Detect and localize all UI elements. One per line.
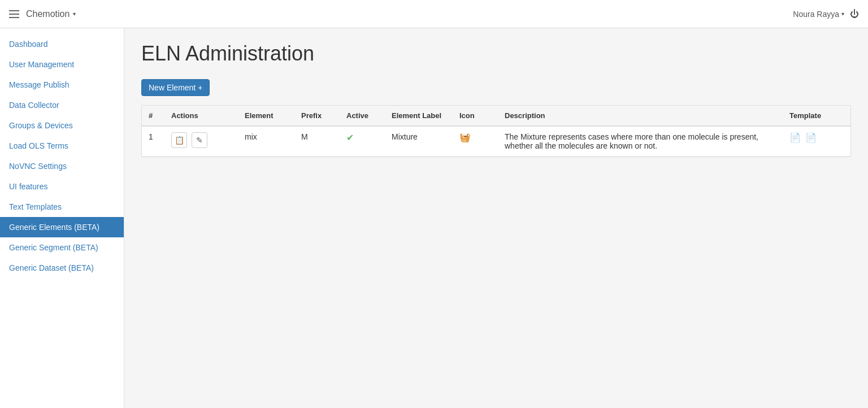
sidebar-item-user-management[interactable]: User Management bbox=[0, 54, 124, 75]
copy-button[interactable]: 📋 bbox=[171, 132, 187, 148]
col-header-active: Active bbox=[340, 106, 385, 126]
hamburger-icon[interactable] bbox=[9, 10, 19, 18]
brand-caret: ▾ bbox=[73, 11, 76, 17]
user-name: Noura Rayya bbox=[793, 10, 839, 19]
sidebar-item-ui-features[interactable]: UI features bbox=[0, 176, 124, 197]
col-header-template: Template bbox=[783, 106, 850, 126]
sidebar-item-novnc-settings[interactable]: NoVNC Settings bbox=[0, 156, 124, 176]
cell-prefix: M bbox=[294, 126, 340, 157]
edit-button[interactable]: ✎ bbox=[192, 132, 207, 148]
col-header-number: # bbox=[142, 106, 164, 126]
sidebar-item-dashboard[interactable]: Dashboard bbox=[0, 34, 124, 54]
sidebar-item-text-templates[interactable]: Text Templates bbox=[0, 197, 124, 217]
new-element-label: New Element bbox=[149, 83, 196, 92]
sidebar: DashboardUser ManagementMessage PublishD… bbox=[0, 28, 124, 408]
table-row: 1 📋 ✎ mixM✔Mixture🧺The Mixture represent… bbox=[142, 126, 850, 157]
col-header-element: Element bbox=[238, 106, 294, 126]
template-file-icon[interactable]: 📄 bbox=[789, 132, 801, 143]
sidebar-item-load-ols-terms[interactable]: Load OLS Terms bbox=[0, 136, 124, 156]
sidebar-item-message-publish[interactable]: Message Publish bbox=[0, 75, 124, 95]
sidebar-item-data-collector[interactable]: Data Collector bbox=[0, 95, 124, 115]
col-header-icon: Icon bbox=[453, 106, 498, 126]
main-content: ELN Administration New Element + # Actio… bbox=[124, 28, 868, 408]
navbar-right: Noura Rayya ▾ ⏻ bbox=[793, 9, 859, 19]
col-header-label: Element Label bbox=[385, 106, 453, 126]
col-header-actions: Actions bbox=[164, 106, 238, 126]
cell-actions: 📋 ✎ bbox=[164, 126, 238, 157]
navbar-brand[interactable]: Chemotion ▾ bbox=[26, 9, 76, 19]
navbar-left: Chemotion ▾ bbox=[9, 9, 76, 19]
cell-number: 1 bbox=[142, 126, 164, 157]
template-download-icon[interactable]: 📄 bbox=[805, 132, 817, 143]
cell-icon: 🧺 bbox=[453, 126, 498, 157]
col-header-prefix: Prefix bbox=[294, 106, 340, 126]
cell-element: mix bbox=[238, 126, 294, 157]
sidebar-item-generic-elements[interactable]: Generic Elements (BETA) bbox=[0, 217, 124, 237]
table-container: # Actions Element Prefix Active Element … bbox=[141, 105, 851, 157]
col-header-description: Description bbox=[498, 106, 783, 126]
cell-description: The Mixture represents cases where more … bbox=[498, 126, 783, 157]
user-caret: ▾ bbox=[841, 11, 844, 17]
new-element-button[interactable]: New Element + bbox=[141, 79, 210, 96]
active-check-icon: ✔ bbox=[346, 133, 354, 142]
page-title: ELN Administration bbox=[141, 42, 851, 66]
elements-table: # Actions Element Prefix Active Element … bbox=[142, 106, 850, 157]
cell-active: ✔ bbox=[340, 126, 385, 157]
logout-icon[interactable]: ⏻ bbox=[850, 9, 859, 19]
page-wrapper: DashboardUser ManagementMessage PublishD… bbox=[0, 28, 868, 408]
element-icon: 🧺 bbox=[459, 133, 471, 142]
navbar: Chemotion ▾ Noura Rayya ▾ ⏻ bbox=[0, 0, 868, 28]
sidebar-item-generic-dataset[interactable]: Generic Dataset (BETA) bbox=[0, 258, 124, 278]
sidebar-item-generic-segment[interactable]: Generic Segment (BETA) bbox=[0, 237, 124, 258]
table-header-row: # Actions Element Prefix Active Element … bbox=[142, 106, 850, 126]
user-menu[interactable]: Noura Rayya ▾ bbox=[793, 10, 844, 19]
brand-name: Chemotion bbox=[26, 9, 70, 19]
plus-icon: + bbox=[198, 83, 202, 92]
cell-element-label: Mixture bbox=[385, 126, 453, 157]
sidebar-item-groups-devices[interactable]: Groups & Devices bbox=[0, 115, 124, 136]
cell-template: 📄 📄 bbox=[783, 126, 850, 157]
